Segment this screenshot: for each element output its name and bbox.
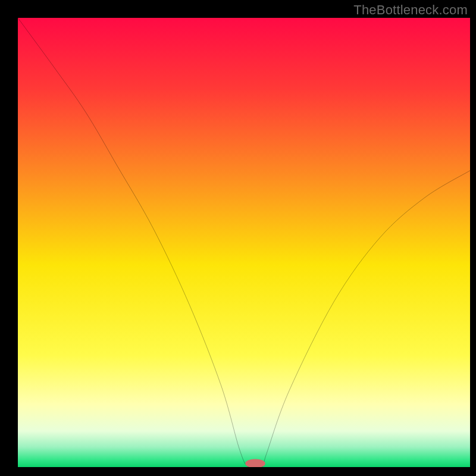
plot-background — [18, 18, 470, 467]
chart-frame: TheBottleneck.com — [0, 0, 476, 476]
plot-svg — [18, 18, 470, 467]
bottleneck-plot — [18, 18, 470, 467]
watermark-text: TheBottleneck.com — [353, 2, 468, 18]
